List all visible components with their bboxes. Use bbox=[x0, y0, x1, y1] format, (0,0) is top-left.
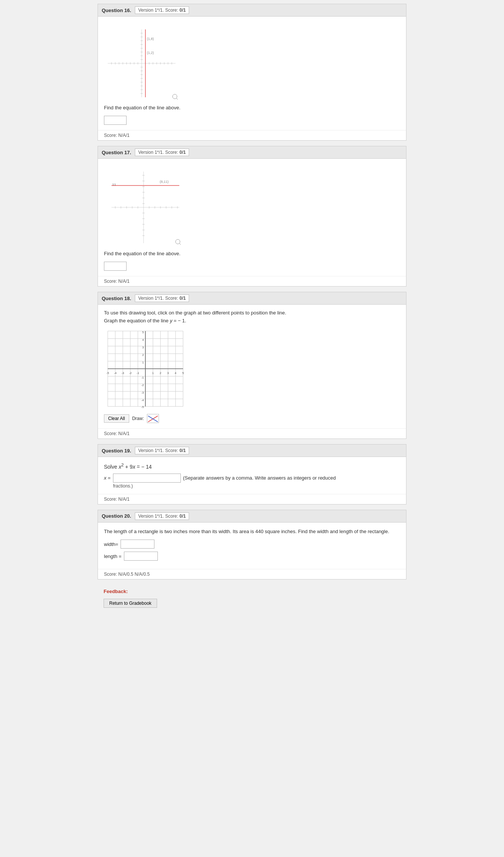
q16-title: Question 16. bbox=[102, 8, 131, 13]
svg-text:(8,11): (8,11) bbox=[160, 180, 169, 184]
draw-icon[interactable] bbox=[147, 414, 159, 423]
q17-graph: 11 (8,11) bbox=[104, 168, 183, 247]
q19-version: Version 1*/1. Score: 0/1 bbox=[135, 447, 189, 454]
q19-x-label: x = bbox=[104, 475, 111, 481]
svg-text:3: 3 bbox=[142, 346, 144, 349]
q17-instruction: Find the equation of the line above. bbox=[104, 251, 400, 256]
svg-text:11: 11 bbox=[112, 183, 116, 187]
q19-note-inline: (Separate answers by a comma. Write answ… bbox=[183, 475, 336, 481]
q19-answer-input[interactable] bbox=[113, 474, 181, 483]
svg-text:2: 2 bbox=[160, 371, 162, 375]
q19-solve-line: x = (Separate answers by a comma. Write … bbox=[104, 474, 400, 483]
q20-width-row: width= bbox=[104, 540, 400, 549]
svg-text:-4: -4 bbox=[114, 371, 117, 375]
svg-text:3: 3 bbox=[167, 371, 169, 375]
feedback-label: Feedback: bbox=[104, 589, 400, 594]
q20-width-input[interactable] bbox=[121, 540, 154, 549]
q18-graph[interactable]: -5 -4 -3 -2 -1 1 2 3 4 5 5 4 3 bbox=[104, 327, 187, 410]
q17-title: Question 17. bbox=[102, 150, 131, 155]
svg-text:1: 1 bbox=[142, 361, 144, 364]
q19-note: fractions.) bbox=[113, 483, 400, 489]
q20-body: The length of a rectangle is two inches … bbox=[98, 523, 406, 569]
q20-problem-text: The length of a rectangle is two inches … bbox=[104, 528, 400, 535]
svg-line-67 bbox=[179, 243, 181, 245]
q18-title: Question 18. bbox=[102, 296, 131, 301]
q20-length-input[interactable] bbox=[124, 552, 158, 561]
feedback-section: Feedback: Return to Gradebook bbox=[98, 585, 406, 612]
q20-length-row: length = bbox=[104, 552, 400, 561]
q19-title: Question 19. bbox=[102, 448, 131, 454]
question-16-block: Question 16. Version 1*/1. Score: 0/1 bbox=[98, 4, 406, 141]
q18-tool-instruction: To use this drawing tool, click on the g… bbox=[104, 310, 400, 316]
svg-text:4: 4 bbox=[142, 338, 144, 342]
q17-header: Question 17. Version 1*/1. Score: 0/1 bbox=[98, 146, 406, 159]
svg-text:-4: -4 bbox=[141, 399, 144, 402]
q17-score-footer: Score: N/A/1 bbox=[98, 276, 406, 286]
q17-answer-input[interactable] bbox=[104, 262, 127, 271]
clear-all-button[interactable]: Clear All bbox=[104, 414, 129, 423]
svg-text:1: 1 bbox=[152, 371, 154, 375]
svg-text:-5: -5 bbox=[141, 405, 144, 409]
svg-text:5: 5 bbox=[182, 371, 184, 375]
q20-score-footer: Score: N/A/0.5 N/A/0.5 bbox=[98, 569, 406, 579]
svg-text:-2: -2 bbox=[141, 383, 144, 387]
q16-graph: (1,8) (1,2) bbox=[104, 26, 179, 101]
return-to-gradebook-button[interactable]: Return to Gradebook bbox=[104, 599, 157, 608]
svg-text:-3: -3 bbox=[141, 391, 144, 394]
q18-draw-controls: Clear All Draw: bbox=[104, 414, 400, 423]
q19-header: Question 19. Version 1*/1. Score: 0/1 bbox=[98, 445, 406, 457]
svg-text:-2: -2 bbox=[129, 371, 132, 375]
q20-width-label: width= bbox=[104, 541, 118, 547]
svg-text:(1,8): (1,8) bbox=[147, 37, 154, 41]
q19-score-footer: Score: N/A/1 bbox=[98, 494, 406, 504]
q17-version: Version 1*/1. Score: 0/1 bbox=[135, 149, 189, 156]
q20-length-label: length = bbox=[104, 553, 122, 559]
q16-header: Question 16. Version 1*/1. Score: 0/1 bbox=[98, 4, 406, 17]
q17-body: 11 (8,11) Find the equation of the line … bbox=[98, 159, 406, 276]
question-17-block: Question 17. Version 1*/1. Score: 0/1 bbox=[98, 146, 406, 287]
svg-text:4: 4 bbox=[175, 371, 177, 375]
question-19-block: Question 19. Version 1*/1. Score: 0/1 So… bbox=[98, 444, 406, 504]
svg-text:-1: -1 bbox=[136, 371, 139, 375]
q18-header: Question 18. Version 1*/1. Score: 0/1 bbox=[98, 292, 406, 305]
q18-score-footer: Score: N/A/1 bbox=[98, 428, 406, 438]
svg-text:-5: -5 bbox=[106, 371, 109, 375]
svg-text:5: 5 bbox=[142, 331, 144, 334]
draw-label: Draw: bbox=[132, 416, 144, 421]
q19-body: Solve x2 + 9x = − 14 x = (Separate answe… bbox=[98, 457, 406, 494]
svg-line-38 bbox=[176, 98, 178, 100]
question-18-block: Question 18. Version 1*/1. Score: 0/1 To… bbox=[98, 292, 406, 439]
svg-text:-1: -1 bbox=[141, 376, 144, 379]
q20-header: Question 20. Version 1*/1. Score: 0/1 bbox=[98, 510, 406, 523]
svg-text:-3: -3 bbox=[121, 371, 124, 375]
svg-text:2: 2 bbox=[142, 353, 144, 357]
q16-answer-input[interactable] bbox=[104, 116, 127, 125]
q20-title: Question 20. bbox=[102, 513, 131, 519]
q18-version: Version 1*/1. Score: 0/1 bbox=[135, 294, 189, 302]
q16-score-footer: Score: N/A/1 bbox=[98, 130, 406, 140]
q16-body: (1,8) (1,2) Find the equation of the lin… bbox=[98, 17, 406, 130]
page-wrapper: Question 16. Version 1*/1. Score: 0/1 bbox=[98, 0, 406, 615]
q18-graph-instruction: Graph the equation of the line y = − 1. bbox=[104, 318, 400, 323]
q16-instruction: Find the equation of the line above. bbox=[104, 105, 400, 110]
question-20-block: Question 20. Version 1*/1. Score: 0/1 Th… bbox=[98, 510, 406, 580]
q18-body: To use this drawing tool, click on the g… bbox=[98, 305, 406, 428]
q19-equation: Solve x2 + 9x = − 14 bbox=[104, 462, 400, 470]
svg-text:(1,2): (1,2) bbox=[147, 51, 154, 55]
q20-version: Version 1*/1. Score: 0/1 bbox=[135, 512, 189, 520]
q16-version: Version 1*/1. Score: 0/1 bbox=[135, 6, 189, 14]
